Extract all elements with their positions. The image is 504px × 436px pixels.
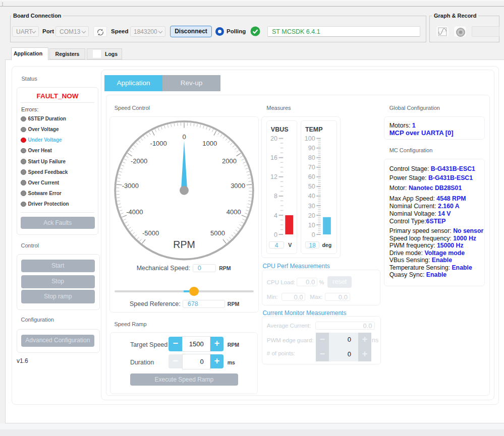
svg-text:50: 50 [308, 183, 315, 190]
svg-text:90: 90 [308, 145, 315, 152]
svg-text:16: 16 [270, 154, 277, 161]
svg-text:0: 0 [182, 133, 186, 141]
svg-text:-1000: -1000 [150, 140, 167, 147]
svg-text:-2000: -2000 [131, 157, 147, 165]
svg-text:4000: 4000 [227, 208, 241, 216]
svg-text:8: 8 [274, 193, 277, 200]
svg-text:40: 40 [308, 193, 315, 200]
svg-text:100: 100 [305, 135, 315, 142]
svg-text:3000: 3000 [231, 182, 245, 190]
svg-text:-3000: -3000 [122, 182, 139, 190]
svg-text:20: 20 [308, 212, 315, 219]
svg-text:-5000: -5000 [142, 229, 159, 237]
svg-text:1000: 1000 [202, 140, 217, 147]
svg-text:20: 20 [270, 135, 277, 142]
svg-text:0: 0 [312, 231, 315, 238]
svg-text:0: 0 [274, 231, 277, 238]
svg-text:70: 70 [308, 164, 315, 171]
svg-text:60: 60 [308, 173, 315, 180]
svg-text:4: 4 [274, 212, 277, 219]
svg-text:12: 12 [270, 173, 277, 180]
svg-text:10: 10 [308, 222, 315, 229]
svg-text:2000: 2000 [222, 157, 237, 165]
svg-text:RPM: RPM [173, 239, 195, 250]
svg-text:-4000: -4000 [126, 208, 143, 216]
svg-text:30: 30 [308, 203, 315, 210]
svg-text:80: 80 [308, 154, 315, 161]
svg-text:5000: 5000 [210, 229, 225, 237]
